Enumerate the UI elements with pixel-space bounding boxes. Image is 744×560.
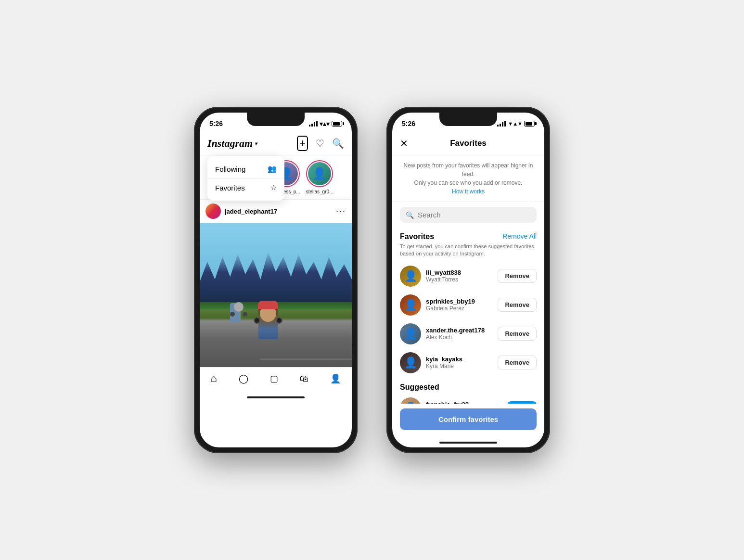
close-button[interactable]: ✕ (400, 138, 408, 149)
favorite-username-1: lil_wyatt838 (426, 269, 493, 276)
favorite-user-info-2: sprinkles_bby19 Gabriela Perez (426, 298, 493, 312)
favorites-section-title: Favorites (400, 232, 434, 241)
signal-icon (309, 121, 318, 127)
bottom-nav: ⌂ ◯ ▢ 🛍 👤 (200, 367, 352, 393)
favorite-username-4: kyia_kayaks (426, 356, 493, 363)
home-indicator-2 (392, 438, 544, 447)
home-indicator-1 (200, 393, 352, 402)
shop-nav-icon[interactable]: 🛍 (300, 374, 308, 384)
dropdown-menu: Following 👥 Favorites ☆ (207, 156, 284, 201)
post-more-icon[interactable]: ··· (336, 206, 346, 216)
status-icons-2: ▼▲▼ (497, 121, 535, 127)
notch-2 (439, 113, 497, 126)
favorite-user-row-1: 👤 lil_wyatt838 Wyatt Torres Remove (392, 262, 544, 291)
ig-logo[interactable]: Instagram ▾ (207, 137, 257, 150)
battery-icon (332, 121, 342, 127)
following-icon: 👥 (268, 165, 277, 173)
home-nav-icon[interactable]: ⌂ (211, 372, 217, 385)
post-avatar (205, 204, 221, 219)
battery-icon-2 (524, 121, 535, 127)
favorite-realname-1: Wyatt Torres (426, 276, 493, 283)
favorites-section: Favorites Remove All To get started, you… (392, 228, 544, 404)
wifi-icon-2: ▼▲▼ (508, 121, 522, 127)
favorite-user-info-1: lil_wyatt838 Wyatt Torres (426, 269, 493, 283)
chevron-down-icon: ▾ (255, 141, 257, 146)
story-username-stellas: stellas_gr0... (306, 189, 334, 194)
search-icon[interactable]: 🔍 (332, 138, 344, 149)
favorite-realname-4: Kyra Marie (426, 363, 493, 369)
signal-icon-2 (497, 121, 506, 127)
post-username: jaded_elephant17 (225, 208, 277, 215)
ig-logo-text: Instagram (207, 137, 253, 150)
favorite-avatar-1: 👤 (400, 266, 421, 287)
post-image (200, 223, 352, 367)
favorite-realname-2: Gabriela Perez (426, 305, 493, 312)
favorites-info: New posts from your favorites will appea… (392, 155, 544, 202)
favorites-label: Favorites (215, 184, 245, 192)
phone-1: 5:26 ▾▴▾ Instagram ▾ + ♡ (194, 107, 358, 453)
search-box[interactable]: 🔍 (400, 207, 537, 223)
remove-button-1[interactable]: Remove (498, 269, 537, 283)
favorites-section-desc: To get started, you can confirm these su… (392, 243, 544, 262)
messenger-nav-icon[interactable]: ◯ (239, 373, 248, 384)
post-user[interactable]: jaded_elephant17 (205, 204, 277, 219)
confirm-favorites-button[interactable]: Confirm favorites (400, 408, 537, 430)
favorite-avatar-3: 👤 (400, 323, 421, 344)
dropdown-following[interactable]: Following 👥 (207, 160, 284, 178)
status-icons-1: ▾▴▾ (309, 120, 342, 127)
favorite-user-row-4: 👤 kyia_kayaks Kyra Marie Remove (392, 348, 544, 377)
favorite-user-row-2: 👤 sprinkles_bby19 Gabriela Perez Remove (392, 291, 544, 319)
heart-icon[interactable]: ♡ (316, 138, 324, 149)
suggested-avatar-1: 👤 (400, 397, 421, 404)
how-it-works-link[interactable]: How it works (452, 188, 485, 195)
reels-nav-icon[interactable]: ▢ (270, 373, 278, 384)
star-icon: ☆ (270, 183, 277, 192)
story-avatar-stellas: 👤 (306, 160, 333, 187)
favorite-user-row-3: 👤 xander.the.great178 Alex Koch Remove (392, 319, 544, 348)
remove-button-3[interactable]: Remove (498, 327, 537, 341)
favorite-user-info-3: xander.the.great178 Alex Koch (426, 327, 493, 341)
notch-1 (247, 113, 305, 126)
wifi-icon: ▾▴▾ (320, 120, 330, 127)
remove-button-2[interactable]: Remove (498, 298, 537, 312)
story-item-stellas[interactable]: 👤 stellas_gr0... (306, 160, 334, 194)
favorite-realname-3: Alex Koch (426, 334, 493, 341)
favorite-user-info-4: kyia_kayaks Kyra Marie (426, 356, 493, 369)
status-time-1: 5:26 (209, 120, 223, 127)
favorite-avatar-4: 👤 (400, 352, 421, 373)
suggested-user-row-1: 👤 frenchie_fry39 Joseph Lyons Add (392, 394, 544, 404)
favorite-username-2: sprinkles_bby19 (426, 298, 493, 305)
remove-button-4[interactable]: Remove (498, 356, 537, 369)
suggested-title: Suggested (392, 377, 544, 394)
favorites-header: ✕ Favorites (392, 132, 544, 155)
ig-header-icons: + ♡ 🔍 (297, 136, 344, 151)
remove-all-button[interactable]: Remove All (502, 232, 537, 240)
favorite-username-3: xander.the.great178 (426, 327, 493, 334)
dropdown-favorites[interactable]: Favorites ☆ (207, 178, 284, 197)
ig-header: Instagram ▾ + ♡ 🔍 (200, 132, 352, 155)
search-icon-small: 🔍 (406, 211, 414, 219)
favorites-title: Favorites (450, 139, 487, 148)
status-time-2: 5:26 (402, 120, 415, 127)
add-post-icon[interactable]: + (297, 136, 308, 151)
post-header: jaded_elephant17 ··· (200, 200, 352, 223)
confirm-btn-wrap: Confirm favorites (392, 404, 544, 438)
search-input[interactable] (418, 211, 531, 219)
favorite-avatar-2: 👤 (400, 294, 421, 316)
phone-2: 5:26 ▼▲▼ ✕ Favorites New posts from your… (386, 107, 550, 453)
favorites-section-header: Favorites Remove All (392, 228, 544, 243)
favorites-info-text: New posts from your favorites will appea… (404, 162, 533, 186)
profile-nav-icon[interactable]: 👤 (330, 373, 341, 384)
following-label: Following (215, 165, 245, 173)
